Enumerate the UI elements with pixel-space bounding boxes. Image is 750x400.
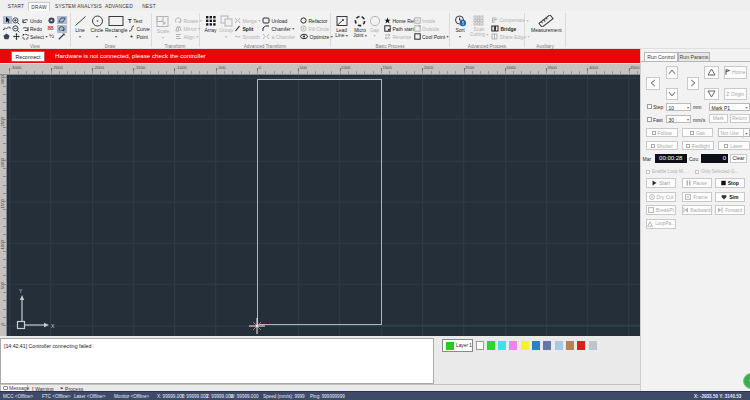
svg-text:Y: Y <box>19 288 23 294</box>
svg-text:!: ! <box>462 20 464 26</box>
svg-text:X: X <box>51 322 55 328</box>
